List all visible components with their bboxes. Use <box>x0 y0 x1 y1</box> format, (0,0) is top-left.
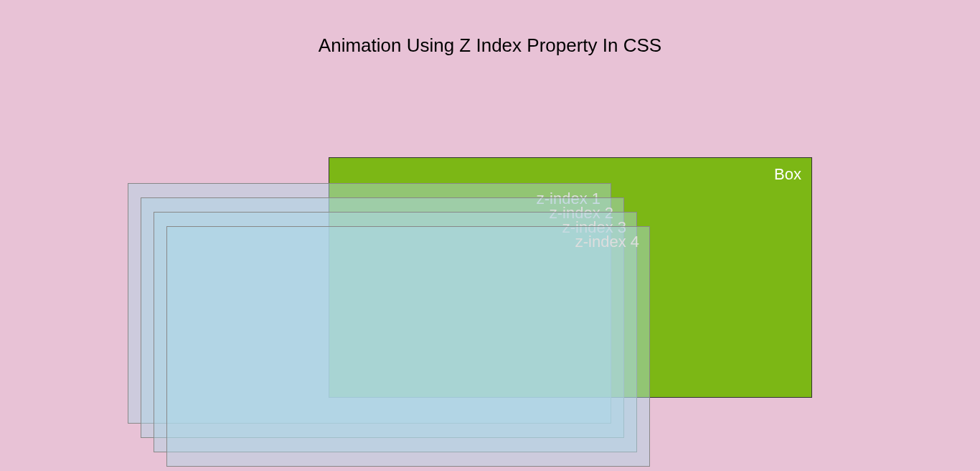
z-index-box-4: z-index 4 <box>166 226 650 467</box>
page-title: Animation Using Z Index Property In CSS <box>0 0 980 57</box>
